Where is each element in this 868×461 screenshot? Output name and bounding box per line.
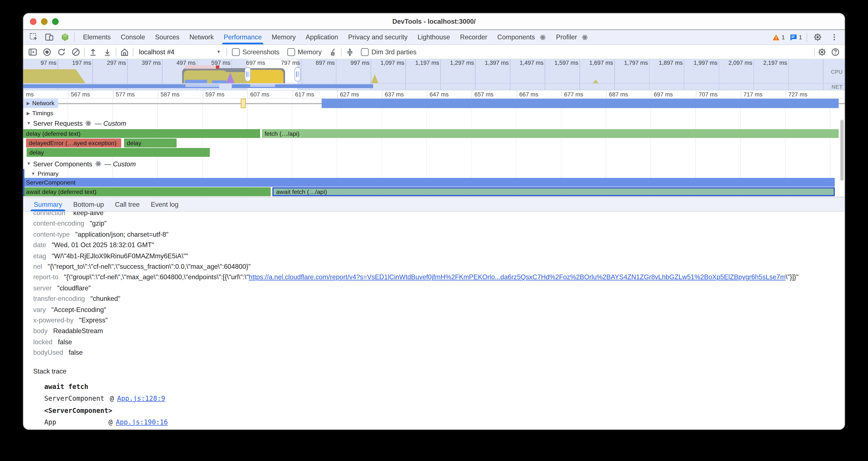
device-toolbar-icon[interactable]: [43, 31, 55, 43]
react-atom-icon: [86, 120, 92, 126]
record-reload-icon[interactable]: [55, 46, 67, 57]
capture-settings-gear-icon[interactable]: [816, 46, 828, 57]
timeline-bar[interactable]: await delay (deferred text): [23, 187, 271, 196]
overview-time-label: 1,097 ms: [371, 59, 406, 66]
live-metrics-icon[interactable]: [27, 46, 39, 57]
header-value: false: [58, 338, 72, 346]
ruler-label: 637 ms: [382, 90, 427, 98]
collect-garbage-icon[interactable]: [327, 46, 339, 57]
header-value: "gzip": [90, 220, 106, 227]
header-value: "Accept-Encoding": [51, 306, 106, 314]
overview-time-label: 1,197 ms: [406, 59, 441, 66]
issues-badge[interactable]: 1: [789, 34, 802, 41]
stack-frame: App @ App.js:190:16: [44, 416, 845, 428]
frame-source-link[interactable]: App.js:128:9: [117, 393, 165, 404]
header-key: content-type: [33, 231, 70, 238]
timeline-bar[interactable]: delay: [124, 139, 177, 147]
track-primary[interactable]: ▼ Primary: [23, 169, 845, 178]
zoom-button[interactable]: [52, 19, 59, 25]
header-key: x-powered-by: [33, 316, 73, 324]
timeline-overview[interactable]: 97 ms197 ms297 ms397 ms497 ms597 ms697 m…: [23, 59, 845, 90]
chevron-down-icon: ▼: [217, 49, 221, 54]
scrollbar-thumb[interactable]: [840, 120, 844, 181]
close-button[interactable]: [30, 19, 36, 25]
compress-arrows-icon[interactable]: [344, 46, 356, 57]
clear-icon[interactable]: [70, 46, 82, 57]
warnings-badge[interactable]: 1: [772, 34, 785, 41]
history-select[interactable]: localhost #4 ▼: [135, 48, 224, 56]
report-endpoint-link[interactable]: https://a.nel.cloudflare.com/report/v4?s…: [249, 273, 786, 281]
tab-summary[interactable]: Summary: [28, 197, 68, 211]
minimize-button[interactable]: [41, 19, 48, 25]
memory-checkbox[interactable]: Memory: [287, 48, 322, 56]
help-icon[interactable]: [829, 46, 841, 57]
react-atom-icon: [582, 34, 588, 40]
expand-arrow-icon: ▼: [31, 171, 35, 176]
tab-components[interactable]: Components: [492, 30, 551, 44]
tab-lighthouse[interactable]: Lighthouse: [413, 30, 455, 44]
timeline-bar[interactable]: await fetch (…/api): [272, 187, 835, 196]
overview-time-label: 2,097 ms: [719, 59, 754, 66]
save-profile-icon[interactable]: [101, 46, 114, 57]
frame-function: App: [44, 416, 103, 428]
timeline-bar[interactable]: delayedError (…ayed exception): [26, 139, 121, 147]
overview-time-label: 797 ms: [267, 59, 302, 66]
dim-3rd-parties-checkbox[interactable]: Dim 3rd parties: [361, 48, 416, 56]
track-timings[interactable]: ▶ Timings: [23, 109, 845, 117]
network-request-yellow[interactable]: [241, 98, 246, 108]
settings-gear-icon[interactable]: [812, 31, 824, 43]
record-button[interactable]: [41, 46, 53, 57]
tab-memory[interactable]: Memory: [267, 30, 301, 44]
header-row: vary"Accept-Encoding": [33, 305, 845, 315]
selection-handle-left[interactable]: [245, 67, 251, 82]
flame-chart[interactable]: ▶ Network ▶ Timings ▼ Server Requests: [23, 98, 845, 197]
tab-recorder[interactable]: Recorder: [455, 30, 492, 44]
track-server-components-header[interactable]: ▼ Server Components — Custom: [23, 159, 845, 169]
frame-source-link[interactable]: App.js:190:16: [116, 416, 168, 428]
header-key: nel: [33, 263, 42, 270]
timeline-bar[interactable]: delay: [27, 148, 210, 157]
header-key: bodyUsed: [33, 349, 63, 356]
expand-arrow-icon: ▼: [27, 121, 31, 126]
tab-call-tree[interactable]: Call tree: [110, 197, 145, 211]
show-ignore-listed-link[interactable]: Show ignore-listed frames: [44, 428, 144, 430]
network-request-blue[interactable]: [322, 98, 839, 108]
react-devtools-icon: [59, 31, 71, 43]
load-profile-icon[interactable]: [87, 46, 99, 57]
timeline-bar[interactable]: ServerComponent: [23, 178, 835, 187]
header-row: lockedfalse: [33, 337, 845, 348]
tab-elements[interactable]: Elements: [78, 30, 116, 44]
ruler-label: 657 ms: [472, 90, 517, 98]
tab-performance[interactable]: Performance: [219, 30, 267, 44]
selection-handle-right[interactable]: [294, 67, 301, 82]
timeline-bar[interactable]: fetch (…/api): [262, 129, 839, 138]
checkbox-box: [287, 48, 295, 56]
header-row: bodyReadableStream: [33, 326, 845, 337]
network-track-header[interactable]: ▶ Network: [23, 98, 58, 108]
overview-network-lane: [23, 83, 845, 90]
tab-network[interactable]: Network: [184, 30, 219, 44]
screenshots-checkbox[interactable]: Screenshots: [232, 48, 279, 56]
ruler-label: 567 ms: [68, 90, 113, 98]
tab-application[interactable]: Application: [301, 30, 343, 44]
header-value: "chunked": [90, 295, 120, 303]
overview-time-label: 697 ms: [232, 59, 267, 66]
inspect-element-icon[interactable]: [28, 31, 40, 43]
overview-time-labels: 97 ms197 ms297 ms397 ms497 ms597 ms697 m…: [23, 59, 789, 66]
track-server-requests-header[interactable]: ▼ Server Requests — Custom: [23, 119, 845, 128]
tab-profiler[interactable]: Profiler: [551, 30, 593, 44]
overview-time-label: 897 ms: [302, 59, 336, 66]
tab-privacy-security[interactable]: Privacy and security: [343, 30, 413, 44]
kebab-menu-icon[interactable]: [828, 31, 840, 43]
cpu-lane-label: CPU: [831, 69, 843, 75]
track-group-indicator: [23, 169, 24, 196]
overview-time-label: 397 ms: [128, 59, 162, 66]
tab-event-log[interactable]: Event log: [145, 197, 184, 211]
tab-sources[interactable]: Sources: [150, 30, 185, 44]
timeline-bar[interactable]: delay (deferred text): [23, 129, 260, 138]
home-icon[interactable]: [119, 46, 131, 57]
tab-console[interactable]: Console: [116, 30, 150, 44]
track-network[interactable]: ▶ Network: [23, 98, 845, 107]
tab-bottom-up[interactable]: Bottom-up: [68, 197, 110, 211]
header-row: date"Wed, 01 Oct 2025 18:32:01 GMT": [33, 240, 845, 251]
